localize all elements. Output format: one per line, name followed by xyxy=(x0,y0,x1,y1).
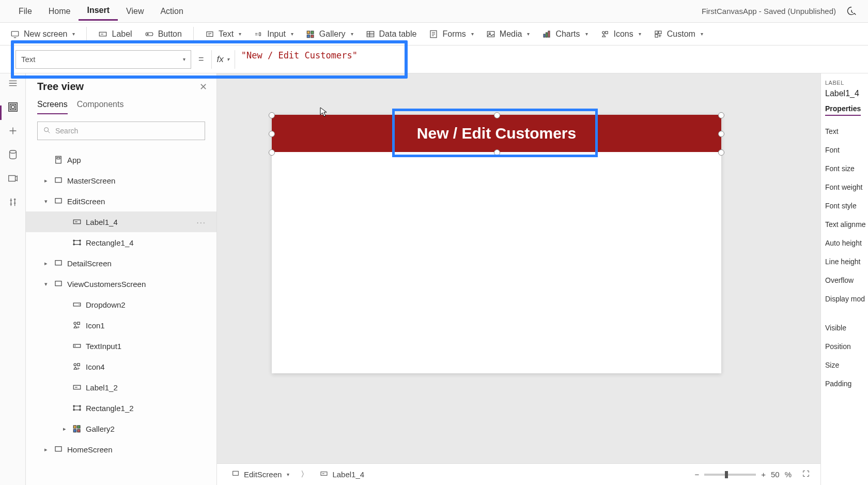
zoom-in-button[interactable]: + xyxy=(761,470,766,479)
expand-icon[interactable]: ▸ xyxy=(61,426,68,432)
zoom-out-button[interactable]: − xyxy=(694,470,699,479)
insert-label-button[interactable]: Label xyxy=(93,26,137,42)
resize-handle[interactable] xyxy=(269,149,275,156)
hamburger-icon[interactable] xyxy=(7,78,19,89)
menu-home[interactable]: Home xyxy=(40,3,79,20)
prop-text[interactable]: Text xyxy=(825,122,864,141)
svg-rect-13 xyxy=(544,34,545,37)
property-dropdown[interactable]: Text ▾ xyxy=(16,50,191,69)
insert-datatable-button[interactable]: Data table xyxy=(361,26,422,42)
insert-charts-label: Charts xyxy=(555,29,580,39)
menu-view[interactable]: View xyxy=(118,3,152,20)
canvas-rectangle[interactable]: New / Edit Customers xyxy=(272,115,721,152)
menu-file[interactable]: File xyxy=(10,3,40,20)
zoom-unit: % xyxy=(785,470,792,479)
diagnostics-icon[interactable] xyxy=(846,6,858,17)
chevron-down-icon: ▾ xyxy=(239,31,241,37)
formula-input[interactable]: "New / Edit Customers" xyxy=(235,50,364,69)
add-icon[interactable] xyxy=(7,125,19,137)
tab-components[interactable]: Components xyxy=(77,100,124,114)
resize-handle[interactable] xyxy=(718,149,724,156)
prop-font-size[interactable]: Font size xyxy=(825,159,864,178)
expand-icon[interactable]: ▸ xyxy=(42,446,50,453)
insert-forms-button[interactable]: Forms ▾ xyxy=(424,26,478,42)
svg-rect-2 xyxy=(146,33,153,36)
tree-item-detailscreen[interactable]: ▸ DetailScreen xyxy=(26,253,216,274)
prop-position[interactable]: Position xyxy=(825,337,864,356)
tree-item-icon1[interactable]: ▸ Icon1 xyxy=(26,315,216,336)
prop-font-style[interactable]: Font style xyxy=(825,196,864,215)
search-input[interactable]: Search xyxy=(37,122,205,140)
tree-item-label1-2[interactable]: ▸ Label1_2 xyxy=(26,377,216,398)
menu-bar: File Home Insert View Action FirstCanvas… xyxy=(0,0,868,23)
canvas-breadcrumb-bar: EditScreen ▾ 〉 Label1_4 − + 50 % xyxy=(217,463,820,485)
insert-gallery-button[interactable]: Gallery ▾ xyxy=(301,26,359,42)
prop-line-height[interactable]: Line height xyxy=(825,252,864,271)
collapse-icon[interactable]: ▾ xyxy=(42,198,50,205)
screen-icon xyxy=(54,196,63,206)
tree-item-icon4[interactable]: ▸ Icon4 xyxy=(26,356,216,377)
properties-tab[interactable]: Properties xyxy=(825,104,861,116)
svg-rect-46 xyxy=(74,406,80,410)
expand-icon[interactable]: ▸ xyxy=(42,177,50,184)
prop-overflow[interactable]: Overflow xyxy=(825,271,864,290)
insert-button-button[interactable]: Button xyxy=(140,26,187,42)
expand-icon[interactable]: ▸ xyxy=(42,260,50,267)
prop-visible[interactable]: Visible xyxy=(825,319,864,337)
tree-item-dropdown2[interactable]: ▸ Dropdown2 xyxy=(26,294,216,315)
tree-view-icon[interactable] xyxy=(7,101,19,113)
new-screen-button[interactable]: New screen ▾ xyxy=(5,26,80,42)
insert-input-button[interactable]: Input ▾ xyxy=(249,26,299,42)
menu-action[interactable]: Action xyxy=(152,3,191,20)
menu-insert[interactable]: Insert xyxy=(79,2,118,21)
textinput-icon xyxy=(72,341,82,351)
fullscreen-icon[interactable] xyxy=(802,469,810,479)
close-icon[interactable]: ✕ xyxy=(199,81,207,93)
advanced-tools-icon[interactable] xyxy=(7,196,19,208)
tree-item-label: Icon4 xyxy=(86,362,105,371)
data-icon[interactable] xyxy=(7,149,19,160)
tree-item-editscreen[interactable]: ▾ EditScreen xyxy=(26,191,216,211)
insert-icons-button[interactable]: Icons ▾ xyxy=(595,26,646,42)
zoom-slider-thumb[interactable] xyxy=(725,471,728,478)
chevron-down-icon: ▾ xyxy=(471,31,474,37)
tree-item-textinput1[interactable]: ▸ TextInput1 xyxy=(26,336,216,356)
prop-text-align[interactable]: Text alignme xyxy=(825,215,864,234)
insert-icons-label: Icons xyxy=(614,29,633,39)
tree-item-label: DetailScreen xyxy=(67,259,112,268)
fx-button[interactable]: fx ▾ xyxy=(211,50,235,69)
resize-handle[interactable] xyxy=(494,112,500,118)
insert-custom-button[interactable]: Custom ▾ xyxy=(648,26,708,42)
prop-display-mode[interactable]: Display mod xyxy=(825,290,864,308)
tree-item-app[interactable]: ▸ App xyxy=(26,149,216,170)
prop-font[interactable]: Font xyxy=(825,141,864,159)
insert-charts-button[interactable]: Charts ▾ xyxy=(537,26,593,42)
breadcrumb-screen[interactable]: EditScreen ▾ xyxy=(227,467,293,481)
tree-item-viewcustomersscreen[interactable]: ▾ ViewCustomersScreen xyxy=(26,274,216,294)
resize-handle[interactable] xyxy=(718,112,724,118)
resize-handle[interactable] xyxy=(269,112,275,118)
resize-handle[interactable] xyxy=(718,131,724,137)
resize-handle[interactable] xyxy=(494,149,500,156)
tree-item-rectangle1-2[interactable]: ▸ Rectangle1_2 xyxy=(26,398,216,418)
prop-padding[interactable]: Padding xyxy=(825,374,864,393)
breadcrumb-element[interactable]: Label1_4 xyxy=(316,467,368,481)
prop-font-weight[interactable]: Font weight xyxy=(825,178,864,196)
chevron-down-icon: ▾ xyxy=(227,56,229,62)
tree-item-homescreen[interactable]: ▸ HomeScreen xyxy=(26,439,216,460)
tree-item-rectangle1-4[interactable]: ▸ Rectangle1_4 xyxy=(26,232,216,253)
resize-handle[interactable] xyxy=(269,131,275,137)
collapse-icon[interactable]: ▾ xyxy=(42,281,50,287)
prop-size[interactable]: Size xyxy=(825,356,864,374)
insert-media-button[interactable]: Media ▾ xyxy=(481,26,535,42)
tree-item-label1-4[interactable]: ▸ Label1_4 ··· xyxy=(26,211,216,232)
formula-input-rest[interactable] xyxy=(364,50,863,69)
tree-item-masterscreen[interactable]: ▸ MasterScreen xyxy=(26,170,216,191)
insert-text-button[interactable]: Text ▾ xyxy=(200,26,246,42)
prop-auto-height[interactable]: Auto height xyxy=(825,234,864,252)
tree-item-gallery2[interactable]: ▸ Gallery2 xyxy=(26,418,216,439)
zoom-slider[interactable] xyxy=(704,474,756,476)
media-rail-icon[interactable] xyxy=(7,173,19,184)
tab-screens[interactable]: Screens xyxy=(37,100,68,114)
more-icon[interactable]: ··· xyxy=(196,218,206,226)
